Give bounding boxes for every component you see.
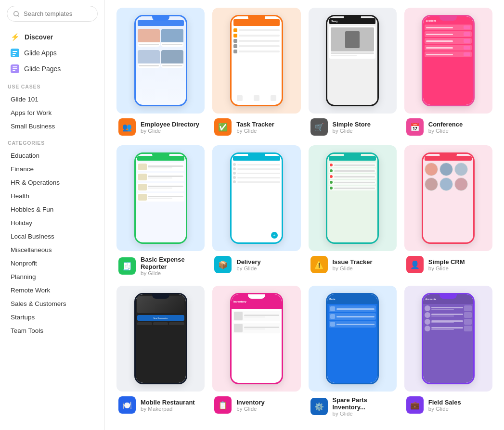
card-icon-inventory: 📋 [214,396,232,414]
sidebar-item-small-business[interactable]: Small Business [3,120,102,133]
card-info-simple-store: 🛒 Simple Store by Glide [309,114,397,138]
phone-notch [152,294,169,299]
sidebar-item-finance[interactable]: Finance [3,163,102,176]
card-text-task-tracker: Task Tracker by Glide [236,121,274,134]
sidebar-item-local-business[interactable]: Local Business [3,230,102,243]
card-delivery[interactable]: + 📦 Delivery by Glide [212,145,300,278]
card-by-inventory: by Glide [236,406,265,412]
sidebar-item-startups[interactable]: Startups [3,311,102,324]
card-icon-employee-directory: 👥 [118,118,136,136]
phone-employee-directory [134,15,187,106]
card-simple-store[interactable]: Swag 🛒 Simple Store by Glide [309,8,397,138]
sidebar-item-education[interactable]: Education [3,149,102,162]
card-info-basic-expense-reporter: 🧾 Basic Expense Reporter by Glide [116,251,205,278]
sidebar-item-sales-customers[interactable]: Sales & Customers [3,297,102,310]
sidebar-item-discover-label: Discover [25,33,53,41]
sidebar-item-apps-for-work[interactable]: Apps for Work [3,106,102,119]
card-field-sales[interactable]: Accounts 💼 Field Sales by Glide [404,286,492,418]
card-text-spare-parts-inventory: Spare Parts Inventory... by Glide [333,396,395,417]
card-title-employee-directory: Employee Directory [141,121,199,128]
phone-screen: New Reservation [136,294,186,383]
card-simple-crm[interactable]: 👤 Simple CRM by Glide [404,145,492,278]
phone-inventory: Inventory [230,293,283,384]
card-icon-delivery: 📦 [214,256,232,273]
sidebar-item-hr-operations[interactable]: HR & Operations [3,176,102,189]
card-info-conference: 📅 Conference by Glide [404,114,492,138]
sidebar-item-planning[interactable]: Planning [3,270,102,283]
use-cases-label: USE CASES [0,77,104,92]
svg-line-1 [18,15,19,16]
sidebar-item-holiday[interactable]: Holiday [3,216,102,229]
sidebar-item-glide101[interactable]: Glide 101 [3,93,102,106]
sidebar-item-hobbies-fun[interactable]: Hobbies & Fun [3,203,102,216]
card-preview-simple-crm [404,145,492,251]
card-inventory[interactable]: Inventory 📋 Inventory by Glide [212,286,300,418]
card-info-delivery: 📦 Delivery by Glide [212,251,300,275]
categories-list: EducationFinanceHR & OperationsHealthHob… [0,149,104,337]
card-info-issue-tracker: ⚠️ Issue Tracker by Glide [309,251,397,275]
phone-mobile-restaurant: New Reservation [134,293,187,384]
phone-notch [439,154,457,158]
search-box[interactable] [7,6,98,22]
card-title-spare-parts-inventory: Spare Parts Inventory... [333,396,395,411]
card-issue-tracker[interactable]: ⚠️ Issue Tracker by Glide [309,145,397,278]
card-preview-employee-directory [116,8,205,114]
card-preview-spare-parts-inventory: Parts [309,286,397,392]
phone-simple-crm [422,152,475,244]
card-title-inventory: Inventory [236,399,265,406]
sidebar-item-nonprofit[interactable]: Nonprofit [3,257,102,270]
sidebar-item-glide-pages[interactable]: Glide Pages [3,61,102,76]
phone-delivery: + [230,152,283,244]
svg-rect-7 [13,66,17,67]
card-by-spare-parts-inventory: by Glide [333,411,395,417]
search-input[interactable] [24,10,91,17]
card-title-issue-tracker: Issue Tracker [333,258,373,266]
card-info-mobile-restaurant: 🍽️ Mobile Restaurant by Makerpad [116,392,205,416]
phone-notch [439,16,457,21]
card-icon-simple-crm: 👤 [406,256,424,273]
card-info-task-tracker: ✅ Task Tracker by Glide [212,114,300,138]
svg-rect-9 [13,70,15,71]
card-info-inventory: 📋 Inventory by Glide [212,392,300,416]
card-info-field-sales: 💼 Field Sales by Glide [404,392,492,416]
card-icon-issue-tracker: ⚠️ [310,256,328,273]
phone-basic-expense-reporter [134,152,187,244]
card-by-conference: by Glide [428,128,463,134]
sidebar-item-miscellaneous[interactable]: Miscellaneous [3,243,102,256]
svg-rect-4 [13,53,16,54]
card-mobile-restaurant[interactable]: New Reservation 🍽️ Mobile Restaurant by … [116,286,205,418]
card-basic-expense-reporter[interactable]: 🧾 Basic Expense Reporter by Glide [116,145,205,278]
card-employee-directory[interactable]: 👥 Employee Directory by Glide [116,8,205,138]
phone-notch [152,154,169,158]
use-cases-list: Glide 101 Apps for Work Small Business [0,93,104,133]
sidebar-item-glide-apps[interactable]: Glide Apps [3,45,102,61]
card-spare-parts-inventory[interactable]: Parts ⚙️ Spare Parts Inventory... by Gli… [309,286,397,418]
sidebar-item-glide-pages-label: Glide Pages [24,65,61,73]
phone-notch [439,294,457,299]
card-icon-field-sales: 💼 [406,396,424,414]
card-title-task-tracker: Task Tracker [236,121,274,128]
phone-notch [248,154,265,158]
card-title-mobile-restaurant: Mobile Restaurant [141,399,195,406]
card-preview-inventory: Inventory [212,286,300,392]
phone-screen: Sessions [423,16,473,105]
phone-issue-tracker [326,152,379,244]
card-preview-conference: Sessions [404,8,492,114]
card-by-mobile-restaurant: by Makerpad [141,406,195,412]
phone-field-sales: Accounts [422,293,475,384]
card-title-simple-store: Simple Store [333,121,371,128]
card-conference[interactable]: Sessions 📅 Conference by Glide [404,8,492,138]
sidebar-item-remote-work[interactable]: Remote Work [3,284,102,297]
card-title-field-sales: Field Sales [428,399,461,406]
sidebar-item-team-tools[interactable]: Team Tools [3,324,102,337]
svg-rect-5 [13,55,15,56]
card-by-field-sales: by Glide [428,406,461,412]
sidebar-item-health[interactable]: Health [3,190,102,202]
sidebar-item-discover[interactable]: ⚡ Discover [3,29,102,45]
card-task-tracker[interactable]: ✅ Task Tracker by Glide [212,8,300,138]
phone-spare-parts-inventory: Parts [326,293,379,384]
card-preview-delivery: + [212,145,300,251]
discover-icon: ⚡ [11,33,20,41]
card-icon-mobile-restaurant: 🍽️ [118,396,136,414]
card-text-basic-expense-reporter: Basic Expense Reporter by Glide [141,256,203,276]
